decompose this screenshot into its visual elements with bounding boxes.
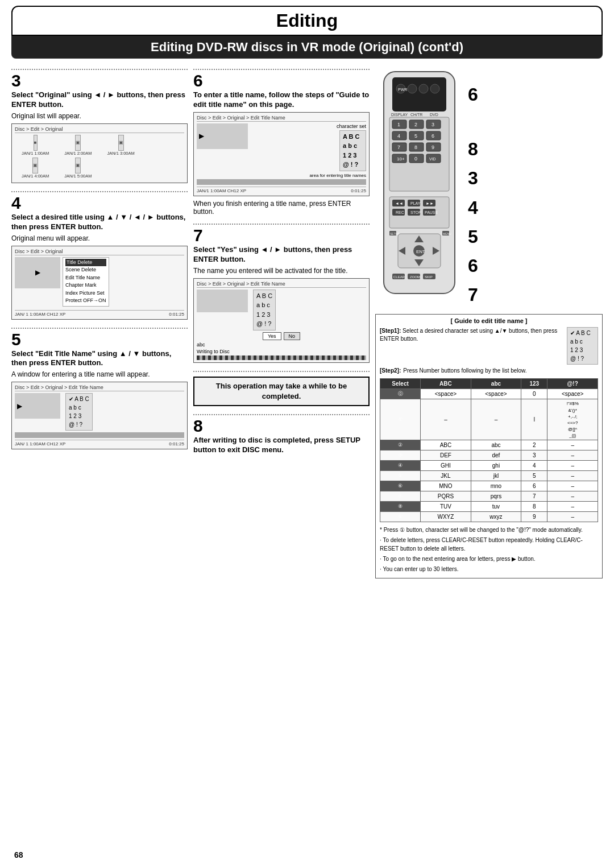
table-row: ① – – l !"#$%&'()*+,-./;<=>?@[]^_{|} [380, 399, 598, 440]
step6-footer: JAN/1 1:00AM CH12 XP 0:01:25 [197, 187, 366, 193]
abc-line2: a b c [69, 403, 89, 412]
step7-section: 7 Select "Yes" using ◄ / ► buttons, then… [193, 224, 370, 363]
right-num-8: 8 [468, 135, 478, 164]
step6-num: 6 [193, 72, 370, 89]
row-8-at: – [547, 502, 598, 512]
step7-title: Select "Yes" using ◄ / ► buttons, then p… [193, 245, 370, 264]
row-2-abc-lower: abc [471, 440, 521, 450]
row-3-at: – [547, 450, 598, 461]
row-3-select: ③ [380, 450, 421, 461]
row-0-abc-lower: <space> [471, 389, 521, 399]
svg-text:7: 7 [397, 144, 400, 150]
step4-desc: Original menu will appear. [11, 234, 188, 242]
step7-desc: The name you entered will be activated f… [193, 267, 370, 275]
guide-step1: [Step1]: Select a desired character set … [380, 327, 598, 365]
thumb5: ▣ [75, 158, 81, 173]
main-title: Editing [11, 6, 603, 36]
step8-dots2 [193, 414, 370, 415]
row-4-select: ④ [380, 461, 421, 471]
step3-screen-header: Disc > Edit > Original [15, 126, 184, 133]
step5-dots [11, 328, 188, 329]
step4-footer-left: JAN/ 1 1:00AM CH12 XP [15, 312, 65, 317]
menu-item-1: Title Delete [65, 259, 106, 267]
abc-line4: @ ! ? [69, 420, 89, 429]
svg-text:MENU: MENU [443, 232, 451, 235]
svg-text:◄◄: ◄◄ [395, 201, 403, 205]
abc-line4: @ ! ? [256, 319, 272, 329]
svg-text:STOP: STOP [410, 210, 421, 214]
step4-screen-header: Disc > Edit > Original [15, 249, 184, 255]
step6-abc-box: A B C a b c 1 2 3 @ ! ? [339, 130, 366, 171]
mid-column: 6 To enter a title name, follow the step… [193, 69, 370, 578]
svg-text:8: 8 [414, 144, 417, 150]
yes-no-area: Yes No [197, 332, 366, 340]
step5-video: ▶ [15, 393, 60, 419]
svg-text:9: 9 [432, 144, 434, 150]
label4: JAN/1 4:00AM [22, 173, 49, 179]
step6-screen-header: Disc > Edit > Original > Edit Title Name [197, 115, 366, 122]
step5-screen-header: Disc > Edit > Original > Edit Title Name [15, 385, 184, 391]
step8-num: 8 [193, 418, 370, 435]
step5-section: 5 Select "Edit Title Name" using ▲ / ▼ b… [11, 328, 188, 450]
abc-line2: a b c [343, 141, 363, 151]
step5-title: Select "Edit Title Name" using ▲ / ▼ but… [11, 349, 188, 369]
step5-content: ▶ ✔ A B C a b c 1 2 3 @ ! ? [15, 393, 184, 431]
right-num-4: 4 [468, 193, 478, 222]
row-8-123: 8 [521, 502, 547, 512]
row-0-at: <space> [547, 389, 598, 399]
svg-text:10+: 10+ [397, 156, 405, 162]
guide-abc1: ✔ A B C [570, 329, 595, 337]
row-5-select: ⑤ [380, 471, 421, 481]
sub-title: Editing DVD-RW discs in VR mode (Origina… [11, 36, 603, 59]
step6-input-bar [197, 179, 366, 185]
guide-abc2: a b c [570, 337, 595, 346]
guide-step1-text-area: [Step1]: Select a desired character set … [380, 327, 559, 365]
row-0-abc: <space> [421, 389, 471, 399]
svg-text:►►: ►► [426, 201, 434, 205]
table-row: ⑤ JKL jkl 5 – [380, 471, 598, 481]
note-2: · To delete letters, press CLEAR/C-RESET… [380, 536, 598, 553]
writing-row: abc [197, 342, 366, 348]
table-row: ③ DEF def 3 – [380, 450, 598, 461]
step5-num: 5 [11, 331, 188, 348]
remote-svg: PWR 1 2 3 4 [375, 69, 463, 296]
step6-footer-left: JAN/1 1:00AM CH12 XP [197, 188, 246, 193]
step6-screen: Disc > Edit > Original > Edit Title Name… [193, 112, 370, 196]
svg-text:CH/TR: CH/TR [410, 113, 422, 117]
row-6-abc-lower: mno [471, 481, 521, 491]
svg-point-3 [408, 84, 417, 93]
yes-button[interactable]: Yes [263, 332, 281, 340]
svg-text:SKIP: SKIP [425, 275, 433, 279]
step4-footer-right: 0:01:25 [169, 312, 184, 317]
row-7-abc: PQRS [421, 491, 471, 502]
row-1-at: !"#$%&'()*+,-./;<=>?@[]^_{|} [547, 399, 598, 440]
step7-screen: Disc > Edit > Original > Edit Title Name… [193, 278, 370, 363]
row-0-123: 0 [521, 389, 547, 399]
step3-num: 3 [11, 72, 188, 89]
step8-highlight: This operation may take a while to be co… [193, 377, 370, 406]
row-1-123: l [521, 399, 547, 440]
step-nums-right: 6 8 3 4 5 6 7 [468, 80, 478, 309]
notes-section: * Press ① button, character set will be … [380, 526, 598, 573]
char-set-label: character set [337, 123, 366, 129]
row-5-abc-lower: jkl [471, 471, 521, 481]
svg-text:ENT: ENT [416, 249, 425, 254]
step4-footer: JAN/ 1 1:00AM CH12 XP 0:01:25 [15, 310, 184, 317]
step6-footer-right: 0:01:25 [351, 188, 366, 193]
row-6-123: 6 [521, 481, 547, 491]
col-abc-lower: abc [471, 379, 521, 389]
svg-rect-1 [392, 77, 446, 111]
abc-line2: a b c [256, 300, 272, 310]
row-6-at: – [547, 481, 598, 491]
svg-text:4: 4 [397, 133, 400, 139]
step7-abc-box: A B C a b c 1 2 3 @ ! ? [253, 290, 276, 330]
table-row: ⓪ <space> <space> 0 <space> [380, 389, 598, 399]
row-3-abc-lower: def [471, 450, 521, 461]
step6-desc2: When you finish entering a title name, p… [193, 200, 370, 216]
table-row: ④ GHI ghi 4 – [380, 461, 598, 471]
step4-screen: Disc > Edit > Original ▶ Title Delete Sc… [11, 246, 188, 320]
no-button[interactable]: No [284, 332, 301, 340]
guide-box: [ Guide to edit title name ] [Step1]: Se… [375, 314, 603, 578]
abc-line4: @ ! ? [343, 160, 363, 170]
right-num-7: 7 [468, 280, 478, 309]
